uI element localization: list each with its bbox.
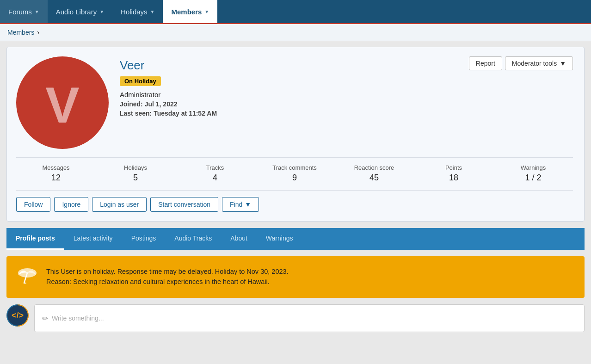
holiday-status-badge: On Holiday xyxy=(120,76,161,86)
stat-track-comments: Track comments 9 xyxy=(255,164,334,183)
stat-holidays-value: 5 xyxy=(96,173,175,183)
nav-label-members: Members xyxy=(171,8,202,16)
nav-dropdown-arrow-audio-library: ▼ xyxy=(99,9,104,14)
find-label: Find xyxy=(230,201,242,208)
ignore-button[interactable]: Ignore xyxy=(54,197,88,212)
breadcrumb-separator: › xyxy=(37,29,39,36)
joined-date: Jul 1, 2022 xyxy=(145,100,178,108)
write-placeholder: Write something... xyxy=(52,315,104,322)
last-seen-value: Tuesday at 11:52 AM xyxy=(154,110,217,117)
top-navigation: Forums ▼ Audio Library ▼ Holidays ▼ Memb… xyxy=(0,0,591,24)
stat-holidays-label: Holidays xyxy=(96,164,175,171)
action-buttons: Follow Ignore Login as user Start conver… xyxy=(16,190,573,212)
stat-warnings-value: 1 / 2 xyxy=(493,173,573,183)
text-cursor xyxy=(108,314,108,322)
nav-label-forums: Forums xyxy=(8,8,32,16)
holiday-umbrella-icon xyxy=(16,264,39,290)
moderator-tools-label: Moderator tools xyxy=(512,60,557,67)
find-button[interactable]: Find ▼ xyxy=(222,197,259,212)
avatar: V xyxy=(16,56,109,149)
last-seen-label: Last seen: xyxy=(120,110,152,117)
holiday-text-line2: Reason: Seeking relaxation and cultural … xyxy=(46,277,289,287)
profile-joined: Joined: Jul 1, 2022 xyxy=(120,100,573,108)
stat-points-label: Points xyxy=(414,164,493,171)
stat-tracks-value: 4 xyxy=(175,173,255,183)
nav-item-holidays[interactable]: Holidays ▼ xyxy=(112,0,163,23)
stat-tracks: Tracks 4 xyxy=(175,164,255,183)
tab-postings[interactable]: Postings xyxy=(122,228,166,250)
moderator-tools-dropdown-arrow: ▼ xyxy=(560,60,566,67)
nav-dropdown-arrow-members: ▼ xyxy=(204,9,209,14)
stat-holidays: Holidays 5 xyxy=(96,164,175,183)
profile-card: V Veer On Holiday Administrator Joined: … xyxy=(6,47,585,222)
stat-points-value: 18 xyxy=(414,173,493,183)
tab-profile-posts[interactable]: Profile posts xyxy=(6,228,64,250)
breadcrumb-members-link[interactable]: Members xyxy=(7,29,34,36)
stat-warnings: Warnings 1 / 2 xyxy=(493,164,573,183)
nav-dropdown-arrow-forums: ▼ xyxy=(35,9,39,14)
profile-last-seen: Last seen: Tuesday at 11:52 AM xyxy=(120,110,573,117)
login-as-user-button[interactable]: Login as user xyxy=(92,197,147,212)
tab-audio-tracks[interactable]: Audio Tracks xyxy=(165,228,221,250)
breadcrumb: Members › xyxy=(0,24,591,41)
stat-tracks-label: Tracks xyxy=(175,164,255,171)
nav-dropdown-arrow-holidays: ▼ xyxy=(150,9,155,14)
tab-latest-activity[interactable]: Latest activity xyxy=(64,228,122,250)
holiday-text-line1: This User is on holiday. Response time m… xyxy=(46,267,289,277)
start-conversation-button[interactable]: Start conversation xyxy=(150,197,218,212)
profile-top-section: V Veer On Holiday Administrator Joined: … xyxy=(16,56,573,149)
current-user-avatar: </> xyxy=(6,304,29,327)
stat-messages-label: Messages xyxy=(16,164,96,171)
profile-role: Administrator xyxy=(120,91,573,99)
page-content: V Veer On Holiday Administrator Joined: … xyxy=(0,41,591,338)
current-user-avatar-symbol: </> xyxy=(12,311,24,321)
stat-reaction-score: Reaction score 45 xyxy=(334,164,414,183)
report-button[interactable]: Report xyxy=(469,56,502,70)
stats-row: Messages 12 Holidays 5 Tracks 4 Track co… xyxy=(16,157,573,183)
nav-item-members[interactable]: Members ▼ xyxy=(163,0,217,23)
holiday-banner: This User is on holiday. Response time m… xyxy=(6,256,585,298)
nav-label-audio-library: Audio Library xyxy=(56,8,97,16)
stat-track-comments-label: Track comments xyxy=(255,164,334,171)
stat-messages: Messages 12 xyxy=(16,164,96,183)
stat-reaction-score-label: Reaction score xyxy=(334,164,414,171)
stat-track-comments-value: 9 xyxy=(255,173,334,183)
tab-warnings[interactable]: Warnings xyxy=(257,228,302,250)
stat-messages-value: 12 xyxy=(16,173,96,183)
moderator-tools-button[interactable]: Moderator tools ▼ xyxy=(505,56,573,70)
stat-reaction-score-value: 45 xyxy=(334,173,414,183)
nav-item-forums[interactable]: Forums ▼ xyxy=(0,0,48,23)
find-dropdown-arrow: ▼ xyxy=(245,201,251,208)
tab-about[interactable]: About xyxy=(221,228,257,250)
nav-item-audio-library[interactable]: Audio Library ▼ xyxy=(48,0,112,23)
write-input-container[interactable]: ✏ Write something... xyxy=(34,304,585,332)
avatar-letter: V xyxy=(45,80,79,130)
nav-label-holidays: Holidays xyxy=(121,8,148,16)
stat-points: Points 18 xyxy=(414,164,493,183)
joined-label: Joined: xyxy=(120,100,143,108)
write-area: </> ✏ Write something... xyxy=(6,304,585,332)
mod-tools-area: Report Moderator tools ▼ xyxy=(469,56,573,70)
holiday-banner-text: This User is on holiday. Response time m… xyxy=(46,267,289,287)
stat-warnings-label: Warnings xyxy=(493,164,573,171)
follow-button[interactable]: Follow xyxy=(16,197,50,212)
pencil-icon: ✏ xyxy=(42,314,48,323)
profile-tabs: Profile posts Latest activity Postings A… xyxy=(6,228,585,250)
